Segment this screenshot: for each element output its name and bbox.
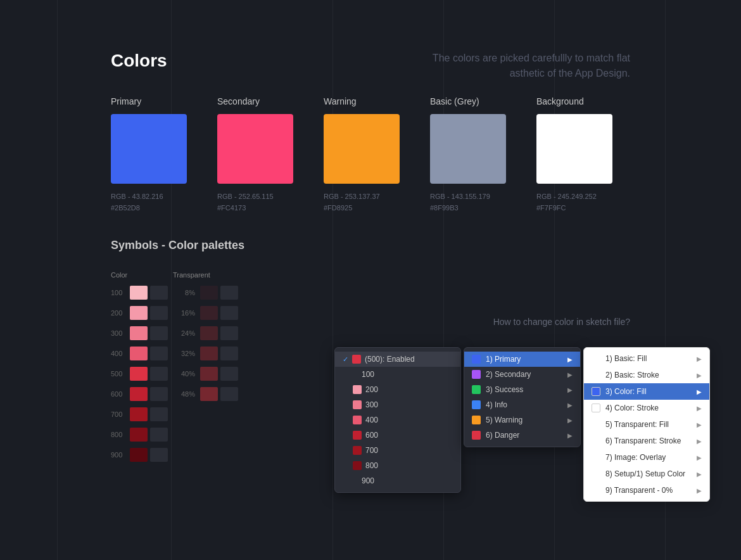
palette-swatch-dark	[150, 367, 168, 381]
palette-swatch-transparent-dark-bg	[220, 306, 238, 320]
check-icon: ✓	[343, 355, 348, 364]
palette-row-num: 800	[111, 431, 130, 438]
dropdown-secondary-swatch	[472, 400, 481, 409]
dropdown-tertiary-item-6[interactable]: 7) Image: Overlay ▶	[584, 449, 709, 466]
palette-row: 600 48%	[111, 385, 352, 403]
dropdown-secondary-label: 4) Info	[486, 400, 507, 409]
dropdown-item-label: 400	[365, 416, 378, 424]
palette-swatch-transparent	[200, 367, 218, 381]
chevron-right-icon: ▶	[567, 417, 573, 424]
palette-row: 100 8%	[111, 284, 352, 302]
chevron-right-icon-tertiary: ▶	[697, 355, 702, 362]
palette-rows: 100 8% 200 16% 300 24% 400 32%	[111, 284, 352, 464]
palette-swatch-transparent-dark-bg	[220, 326, 238, 340]
palette-swatch	[130, 387, 148, 401]
color-item-background: Background RGB - 245.249.252#F7F9FC	[536, 96, 630, 213]
palette-table: Color Transparent 100 8% 200 16% 300 24%	[111, 271, 352, 464]
dropdown-tertiary-item-4[interactable]: 5) Transparent: Fill ▶	[584, 416, 709, 433]
color-swatch	[324, 114, 400, 184]
tertiary-swatch-empty	[592, 436, 600, 445]
dropdown-tertiary-item-2[interactable]: 3) Color: Fill ▶	[584, 383, 709, 400]
dropdown-secondary-label: 2) Secondary	[486, 370, 531, 379]
dropdown-tertiary-item-1[interactable]: 2) Basic: Stroke ▶	[584, 367, 709, 383]
palette-row: 400 32%	[111, 345, 352, 362]
chevron-right-icon: ▶	[567, 402, 573, 409]
palette-transparent-pct: 8%	[173, 289, 195, 296]
tertiary-swatch-empty	[592, 354, 600, 363]
dropdown-primary-item-0[interactable]: ✓(500): Enabled	[335, 352, 460, 367]
dropdown-primary-item-8[interactable]: 900	[335, 473, 460, 488]
chevron-right-icon: ▶	[567, 356, 573, 363]
dropdown-primary-item-4[interactable]: 400	[335, 412, 460, 428]
chevron-right-icon-tertiary: ▶	[697, 405, 702, 412]
palette-row: 800	[111, 426, 352, 443]
dropdown-item-label: 100	[362, 370, 374, 379]
dropdown-primary-item-6[interactable]: 700	[335, 443, 460, 458]
color-label: Basic (Grey)	[430, 96, 524, 106]
color-label: Secondary	[217, 96, 311, 106]
dropdown-primary-item-7[interactable]: 800	[335, 458, 460, 473]
dropdown-secondary-item-2[interactable]: 3) Success ▶	[464, 382, 580, 397]
dropdown-tertiary-label: 4) Color: Stroke	[605, 404, 659, 412]
chevron-right-icon: ▶	[567, 371, 573, 378]
palette-header: Color Transparent	[111, 271, 352, 279]
dropdown-item-swatch	[353, 461, 362, 470]
dropdown-secondary-item-5[interactable]: 6) Danger ▶	[464, 428, 580, 443]
palette-row-num: 100	[111, 289, 130, 296]
tertiary-swatch-empty	[592, 371, 600, 379]
chevron-right-icon-tertiary: ▶	[697, 454, 702, 461]
palette-transparent-pct: 40%	[173, 370, 195, 378]
color-swatch	[536, 114, 612, 184]
dropdown-primary[interactable]: ✓(500): Enabled100200300400600700800900	[334, 347, 461, 493]
color-swatch	[217, 114, 293, 184]
dropdown-tertiary[interactable]: 1) Basic: Fill ▶ 2) Basic: Stroke ▶ 3) C…	[583, 347, 710, 502]
dropdown-tertiary-item-3[interactable]: 4) Color: Stroke ▶	[584, 400, 709, 416]
dropdown-secondary-item-0[interactable]: 1) Primary ▶	[464, 352, 580, 367]
palette-row-num: 700	[111, 410, 130, 418]
dropdown-secondary-label: 1) Primary	[486, 355, 521, 364]
palette-swatch-dark	[150, 347, 168, 360]
dropdown-item-label: 300	[365, 400, 378, 409]
dropdown-secondary-swatch	[472, 416, 481, 424]
dropdown-item-label: 900	[362, 476, 374, 485]
dropdown-secondary-item-3[interactable]: 4) Info ▶	[464, 397, 580, 412]
tertiary-swatch-empty	[592, 486, 600, 495]
dropdown-secondary[interactable]: 1) Primary ▶ 2) Secondary ▶ 3) Success ▶…	[464, 347, 581, 447]
dropdown-tertiary-label: 7) Image: Overlay	[605, 453, 666, 462]
dropdown-item-swatch	[353, 400, 362, 409]
dropdown-tertiary-label: 9) Transparent - 0%	[605, 486, 673, 495]
dropdown-secondary-label: 6) Danger	[486, 431, 519, 440]
tertiary-swatch	[592, 387, 600, 396]
dropdown-secondary-item-1[interactable]: 2) Secondary ▶	[464, 367, 580, 382]
palette-row-num: 400	[111, 350, 130, 357]
color-label: Background	[536, 96, 630, 106]
dropdown-tertiary-item-0[interactable]: 1) Basic: Fill ▶	[584, 350, 709, 367]
dropdown-primary-item-1[interactable]: 100	[335, 367, 460, 382]
dropdown-secondary-label: 5) Warning	[486, 416, 522, 424]
dropdown-primary-item-3[interactable]: 300	[335, 397, 460, 412]
palette-row: 300 24%	[111, 324, 352, 342]
dropdown-secondary-swatch	[472, 385, 481, 394]
palette-row: 500 40%	[111, 365, 352, 383]
color-rgb: RGB - 143.155.179#8F99B3	[430, 191, 524, 213]
color-swatch	[111, 114, 187, 184]
dropdown-tertiary-item-5[interactable]: 6) Transparent: Stroke ▶	[584, 433, 709, 449]
dropdown-secondary-item-4[interactable]: 5) Warning ▶	[464, 412, 580, 428]
dropdown-tertiary-item-8[interactable]: 9) Transparent - 0% ▶	[584, 482, 709, 499]
palette-swatch-dark	[150, 387, 168, 401]
dropdown-tertiary-item-7[interactable]: 8) Setup/1) Setup Color ▶	[584, 466, 709, 482]
dropdown-primary-item-2[interactable]: 200	[335, 382, 460, 397]
palette-swatch	[130, 428, 148, 442]
dropdown-secondary-swatch	[472, 355, 481, 364]
dropdown-tertiary-label: 6) Transparent: Stroke	[605, 436, 681, 445]
chevron-right-icon-tertiary: ▶	[697, 372, 702, 379]
dropdown-primary-item-5[interactable]: 600	[335, 428, 460, 443]
color-label: Warning	[324, 96, 417, 106]
palette-swatch-dark	[150, 326, 168, 340]
chevron-right-icon-tertiary: ▶	[697, 438, 702, 445]
palette-row: 200 16%	[111, 304, 352, 322]
color-item-basicgrey: Basic (Grey) RGB - 143.155.179#8F99B3	[430, 96, 524, 213]
palette-row-num: 500	[111, 370, 130, 378]
palette-swatch-dark	[150, 407, 168, 421]
symbols-title: Symbols - Color palettes	[111, 239, 630, 252]
